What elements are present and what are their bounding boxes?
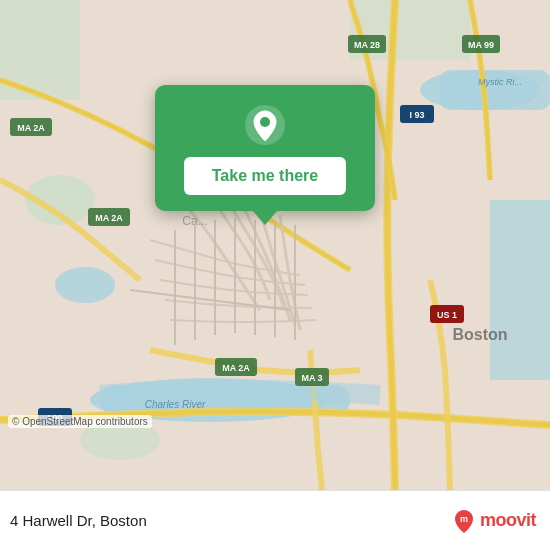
svg-text:Ca...: Ca... xyxy=(182,214,207,228)
address-label: 4 Harwell Dr, Boston xyxy=(10,512,147,529)
attribution-text: © OpenStreetMap contributors xyxy=(12,416,148,427)
location-popup: Take me there xyxy=(155,85,375,211)
bottom-bar: 4 Harwell Dr, Boston m moovit xyxy=(0,490,550,550)
take-me-there-button[interactable]: Take me there xyxy=(184,157,346,195)
map-pin-icon xyxy=(243,103,287,147)
osm-attribution: © OpenStreetMap contributors xyxy=(8,415,152,428)
svg-text:MA 3: MA 3 xyxy=(301,373,322,383)
svg-text:Boston: Boston xyxy=(452,326,507,343)
svg-text:MA 28: MA 28 xyxy=(354,40,380,50)
moovit-logo: m moovit xyxy=(450,507,536,535)
moovit-brand-label: moovit xyxy=(480,510,536,531)
svg-text:Mystic Ri...: Mystic Ri... xyxy=(478,77,522,87)
svg-point-6 xyxy=(55,267,115,303)
moovit-pin-icon: m xyxy=(450,507,478,535)
svg-rect-5 xyxy=(490,200,550,380)
svg-text:MA 99: MA 99 xyxy=(468,40,494,50)
svg-text:I 93: I 93 xyxy=(409,110,424,120)
svg-text:MA 2A: MA 2A xyxy=(222,363,250,373)
svg-text:US 1: US 1 xyxy=(437,310,457,320)
svg-rect-4 xyxy=(440,70,550,110)
map-area: MA 2A MA 2A MA 28 MA 99 I 93 US 1 I 90 M… xyxy=(0,0,550,490)
svg-point-34 xyxy=(260,117,270,127)
svg-text:m: m xyxy=(460,514,468,524)
svg-text:MA 2A: MA 2A xyxy=(95,213,123,223)
svg-text:Charles River: Charles River xyxy=(145,399,206,410)
svg-text:MA 2A: MA 2A xyxy=(17,123,45,133)
